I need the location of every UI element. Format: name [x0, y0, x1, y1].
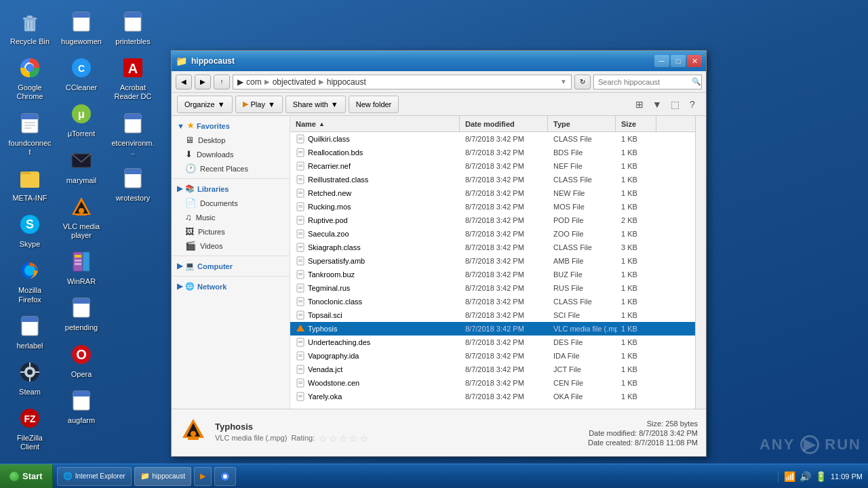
search-input[interactable]: [598, 78, 692, 86]
col-header-name[interactable]: Name ▲: [290, 116, 460, 131]
start-button[interactable]: Start: [0, 464, 53, 489]
table-row[interactable]: Venada.jct8/7/2018 3:42 PMJCT File1 KB: [290, 363, 695, 376]
table-row[interactable]: Skiagraph.class8/7/2018 3:42 PMCLASS Fil…: [290, 241, 695, 254]
desktop-icon-vlc[interactable]: VLC media player: [57, 190, 106, 243]
nav-item-videos[interactable]: 🎬 Videos: [172, 239, 290, 253]
nav-item-desktop[interactable]: 🖥 Desktop: [172, 133, 290, 147]
desktop-icon-hugewomen[interactable]: hugewomen: [57, 5, 106, 49]
table-row[interactable]: Quilkiri.class8/7/2018 3:42 PMCLASS File…: [290, 132, 695, 146]
table-row[interactable]: Vapography.ida8/7/2018 3:42 PMIDA File1 …: [290, 349, 695, 363]
taskbar-app-ie[interactable]: 🌐 Internet Explorer: [57, 467, 132, 486]
share-with-button[interactable]: Share with ▼: [285, 96, 346, 113]
new-folder-label: New folder: [356, 100, 392, 108]
desktop-icon-petending[interactable]: petending: [57, 291, 106, 335]
ie-taskbar-label: Internet Explorer: [75, 472, 125, 480]
table-row[interactable]: Reallocation.bds8/7/2018 3:42 PMBDS File…: [290, 146, 695, 159]
window-title: hippocaust: [191, 56, 650, 66]
table-row[interactable]: Tonoclonic.class8/7/2018 3:42 PMCLASS Fi…: [290, 295, 695, 308]
desktop-icon-etcenviron[interactable]: etcenvironm...: [108, 107, 157, 159]
desktop-icon-utorrent[interactable]: μ μTorrent: [57, 98, 106, 141]
desktop-icon-recycle-bin[interactable]: Recycle Bin: [5, 5, 54, 49]
desktop-icon-filezilla[interactable]: FZ FileZilla Client: [5, 402, 54, 454]
libraries-header[interactable]: ▶ 📚 Libraries: [172, 182, 290, 196]
close-button[interactable]: ✕: [687, 55, 702, 67]
preview-pane-button[interactable]: ⬚: [667, 96, 683, 113]
desktop-icon-steam[interactable]: Steam: [5, 356, 54, 399]
col-header-type[interactable]: Type: [548, 116, 616, 131]
star-5[interactable]: ☆: [359, 433, 368, 444]
up-button[interactable]: ↑: [214, 75, 230, 89]
file-name-text: Tegminal.rus: [308, 284, 350, 292]
desktop-icon-wrotestory[interactable]: wrotestory: [108, 162, 157, 205]
nav-item-documents[interactable]: 📄 Documents: [172, 196, 290, 210]
explorer-window: 📁 hippocaust ─ □ ✕ ◀ ▶ ↑ ▶ com ▶ objecti…: [171, 50, 707, 457]
maximize-button[interactable]: □: [671, 55, 686, 67]
table-row[interactable]: Saecula.zoo8/7/2018 3:42 PMZOO File1 KB: [290, 227, 695, 241]
favorites-header[interactable]: ▼ ★ Favorites: [172, 119, 290, 133]
nav-item-recent-places[interactable]: 🕐 Recent Places: [172, 161, 290, 176]
desktop-icon-firefox[interactable]: Mozilla Firefox: [5, 254, 54, 306]
desktop-icon-ccleaner[interactable]: C CCleaner: [57, 52, 106, 95]
address-path[interactable]: ▶ com ▶ objectivated ▶ hippocaust ▼: [233, 75, 572, 89]
nav-pane: ▼ ★ Favorites 🖥 Desktop ⬇ Downloads 🕐: [172, 116, 290, 409]
table-row[interactable]: Tegminal.rus8/7/2018 3:42 PMRUS File1 KB: [290, 281, 695, 295]
desktop-icon-herlabel[interactable]: herlabel: [5, 310, 54, 353]
path-arrow-2: ▶: [319, 78, 324, 85]
star-3[interactable]: ☆: [339, 433, 348, 444]
desktop-icon-opera[interactable]: O Opera: [57, 338, 106, 382]
star-2[interactable]: ☆: [329, 433, 338, 444]
desktop-icon-foundconnect[interactable]: foundconnect: [5, 107, 54, 159]
table-row[interactable]: Rucking.mos8/7/2018 3:42 PMMOS File1 KB: [290, 200, 695, 214]
new-folder-button[interactable]: New folder: [349, 96, 399, 113]
view-dropdown-button[interactable]: ▼: [649, 96, 665, 113]
taskbar-app-explorer[interactable]: 📁 hippocaust: [134, 467, 191, 486]
play-button[interactable]: ▶ Play ▼: [235, 96, 283, 113]
back-button[interactable]: ◀: [176, 75, 192, 89]
favorites-star-icon: ★: [187, 121, 194, 130]
desktop-icon-meta-inf[interactable]: META-INF: [5, 162, 54, 205]
organize-button[interactable]: Organize ▼: [177, 96, 233, 113]
desktop-icon-printerbles[interactable]: printerbles: [108, 5, 157, 49]
table-row[interactable]: Retched.new8/7/2018 3:42 PMNEW File1 KB: [290, 186, 695, 200]
nav-item-downloads[interactable]: ⬇ Downloads: [172, 147, 290, 161]
table-row[interactable]: Ruptive.pod8/7/2018 3:42 PMPOD File2 KB: [290, 214, 695, 227]
taskbar-app-vlc[interactable]: ▶: [194, 467, 212, 486]
table-row[interactable]: Typhosis8/7/2018 3:42 PMVLC media file (…: [290, 322, 695, 336]
table-row[interactable]: Supersatisfy.amb8/7/2018 3:42 PMAMB File…: [290, 254, 695, 268]
star-1[interactable]: ☆: [319, 433, 328, 444]
table-row[interactable]: Tankroom.buz8/7/2018 3:42 PMBUZ File1 KB: [290, 268, 695, 281]
desktop-icon-marymail[interactable]: marymail: [57, 144, 106, 188]
help-button[interactable]: ?: [684, 96, 701, 113]
col-header-size[interactable]: Size: [616, 116, 656, 131]
table-row[interactable]: Recarrier.nef8/7/2018 3:42 PMNEF File1 K…: [290, 159, 695, 173]
taskbar-app-chrome[interactable]: [214, 467, 236, 486]
play-dropdown-icon: ▼: [268, 100, 275, 108]
star-4[interactable]: ☆: [349, 433, 358, 444]
wrotestory-label: wrotestory: [116, 194, 151, 203]
refresh-button[interactable]: ↻: [574, 75, 591, 89]
computer-header[interactable]: ▶ 💻 Computer: [172, 259, 290, 273]
skype-icon: S: [16, 211, 43, 238]
network-header[interactable]: ▶ 🌐 Network: [172, 279, 290, 293]
minimize-button[interactable]: ─: [654, 55, 669, 67]
col-name-label: Name: [296, 120, 316, 128]
desktop-icon-chrome[interactable]: Google Chrome: [5, 52, 54, 104]
table-row[interactable]: Yarely.oka8/7/2018 3:42 PMOKA File1 KB: [290, 390, 695, 403]
forward-button[interactable]: ▶: [195, 75, 211, 89]
desktop-icon-acrobat[interactable]: A Acrobat Reader DC: [108, 52, 157, 104]
table-row[interactable]: Underteaching.des8/7/2018 3:42 PMDES Fil…: [290, 336, 695, 349]
desktop-icon-winrar[interactable]: WinRAR: [57, 245, 106, 289]
desktop-icon-skype[interactable]: S Skype: [5, 208, 54, 251]
nav-item-pictures[interactable]: 🖼 Pictures: [172, 224, 290, 239]
table-row[interactable]: Topsail.sci8/7/2018 3:42 PMSCI File1 KB: [290, 308, 695, 322]
table-row[interactable]: Woodstone.cen8/7/2018 3:42 PMCEN File1 K…: [290, 376, 695, 390]
desktop-icon-augfarm[interactable]: augfarm: [57, 384, 106, 428]
nav-item-music[interactable]: ♫ Music: [172, 210, 290, 224]
start-label: Start: [22, 471, 43, 481]
col-header-date[interactable]: Date modified: [460, 116, 548, 131]
table-row[interactable]: Reillustrated.class8/7/2018 3:42 PMCLASS…: [290, 173, 695, 186]
scrollbar[interactable]: [695, 116, 706, 409]
libraries-label: Libraries: [197, 185, 229, 193]
view-toggle-button[interactable]: ⊞: [631, 96, 648, 113]
steam-label: Steam: [19, 388, 41, 396]
